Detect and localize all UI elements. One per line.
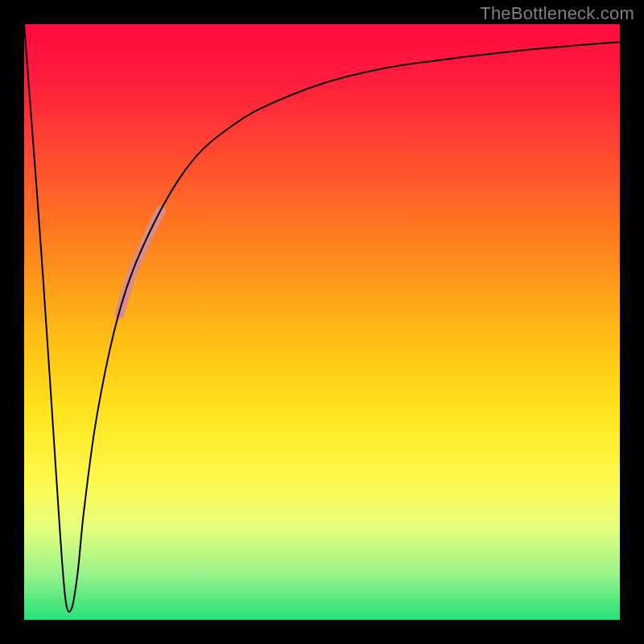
watermark-text: TheBottleneck.com — [480, 3, 634, 24]
curve-svg — [24, 24, 620, 620]
chart-frame: TheBottleneck.com — [0, 0, 644, 644]
highlight-segment — [119, 210, 161, 314]
plot-area — [24, 24, 620, 620]
main-curve — [24, 24, 620, 612]
